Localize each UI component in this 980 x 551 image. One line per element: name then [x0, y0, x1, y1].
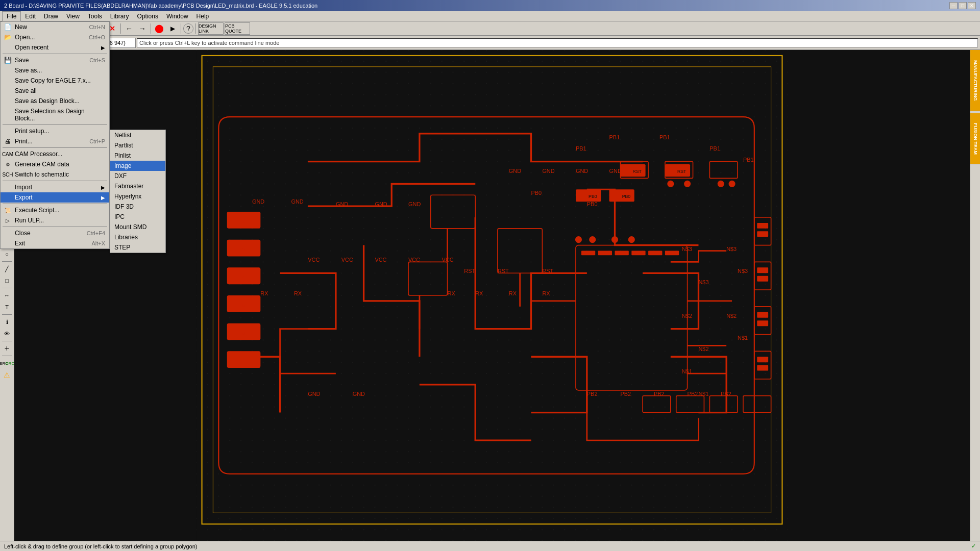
menu-item-execute-script[interactable]: 📜 Execute Script...: [1, 205, 109, 215]
export-netlist[interactable]: Netlist: [110, 130, 165, 140]
separator-5: [3, 204, 107, 204]
stop-button[interactable]: ⬤: [153, 22, 165, 35]
pcb-quote-button[interactable]: PCB QUOTE: [225, 22, 250, 35]
drc-button[interactable]: DRC: [8, 358, 13, 369]
menu-item-print[interactable]: 🖨 Print... Ctrl+P: [1, 136, 109, 146]
menu-item-open-recent[interactable]: Open recent ▶: [1, 42, 109, 53]
design-link-button[interactable]: DESIGN LINK: [198, 22, 224, 35]
close-button[interactable]: ✕: [968, 2, 976, 9]
menu-draw[interactable]: Draw: [40, 12, 62, 21]
export-partlist[interactable]: Partlist: [110, 140, 165, 151]
right-panel: MANUFACTURING FUSION TEAM: [970, 50, 980, 541]
dimension-tool[interactable]: ↔: [2, 290, 13, 301]
save-shortcut: Ctrl+S: [89, 57, 105, 63]
redo-button[interactable]: →: [136, 22, 149, 35]
svg-point-103: [718, 181, 724, 187]
line-tool[interactable]: ╱: [2, 263, 13, 274]
circle-tool[interactable]: ○: [2, 248, 13, 260]
svg-text:PB1: PB1: [743, 157, 754, 163]
menu-item-cam-data[interactable]: ⚙ Generate CAM data: [1, 159, 109, 169]
exit-shortcut: Alt+X: [91, 240, 105, 246]
print-setup-label: Print setup...: [15, 128, 49, 135]
svg-rect-89: [757, 357, 768, 362]
menu-item-export[interactable]: Export ▶: [1, 192, 109, 203]
svg-text:N$2: N$2: [682, 313, 692, 319]
svg-text:N$2: N$2: [698, 346, 708, 352]
svg-text:GND: GND: [542, 168, 554, 174]
separator-6: [3, 227, 107, 227]
pcb-board-view[interactable]: 2 3 4 5 6 GND GND GND GND GND VCC VCC VC…: [14, 50, 970, 541]
svg-text:PB1: PB1: [576, 145, 586, 152]
menu-file[interactable]: File: [2, 11, 21, 21]
fusion-team-tab[interactable]: FUSION TEAM: [970, 113, 980, 164]
execute-script-label: Execute Script...: [15, 207, 59, 214]
menu-item-close[interactable]: Close Ctrl+F4: [1, 228, 109, 238]
svg-text:GND: GND: [353, 391, 365, 397]
minimize-button[interactable]: ─: [949, 2, 958, 9]
save-as-label: Save as...: [15, 67, 42, 74]
svg-text:3: 3: [242, 247, 245, 252]
export-hyperlynx[interactable]: Hyperlynx: [110, 191, 165, 202]
svg-rect-83: [757, 223, 768, 229]
menu-item-save-selection[interactable]: Save Selection as Design Block...: [1, 106, 109, 123]
maximize-button[interactable]: □: [959, 2, 967, 9]
manufacturing-tab[interactable]: MANUFACTURING: [970, 50, 980, 111]
export-ipc[interactable]: IPC: [110, 212, 165, 222]
help-button[interactable]: ?: [183, 23, 193, 34]
menu-item-save[interactable]: 💾 Save Ctrl+S: [1, 55, 109, 65]
menu-item-exit[interactable]: Exit Alt+X: [1, 238, 109, 248]
export-step[interactable]: STEP: [110, 242, 165, 253]
svg-text:GND: GND: [408, 201, 421, 207]
export-mount-smd[interactable]: Mount SMD: [110, 222, 165, 232]
info-tool[interactable]: ℹ: [2, 316, 13, 328]
export-fabmaster[interactable]: Fabmaster: [110, 181, 165, 191]
export-dxf[interactable]: DXF: [110, 171, 165, 181]
undo-button[interactable]: ←: [123, 22, 135, 35]
export-libraries[interactable]: Libraries: [110, 232, 165, 242]
status-indicator: ✓: [971, 543, 976, 549]
text-tool[interactable]: T: [2, 302, 13, 313]
export-idf3d[interactable]: IDF 3D: [110, 202, 165, 212]
menu-edit[interactable]: Edit: [21, 12, 40, 21]
menu-item-print-setup[interactable]: Print setup...: [1, 126, 109, 136]
menu-bar: File Edit Draw View Tools Library Option…: [0, 11, 980, 21]
show-tool[interactable]: 👁: [2, 328, 13, 339]
open-shortcut: Ctrl+O: [89, 34, 105, 40]
menu-item-save-copy[interactable]: Save Copy for EAGLE 7.x...: [1, 76, 109, 86]
menu-item-open[interactable]: 📂 Open... Ctrl+O: [1, 32, 109, 42]
svg-text:RX: RX: [294, 290, 302, 296]
export-image[interactable]: Image: [110, 161, 165, 171]
cam-icon: CAM: [3, 152, 13, 157]
menu-view[interactable]: View: [62, 12, 84, 21]
menu-library[interactable]: Library: [106, 12, 133, 21]
export-pinlist[interactable]: Pinlist: [110, 151, 165, 161]
svg-text:GND: GND: [252, 198, 264, 205]
menu-help[interactable]: Help: [192, 12, 213, 21]
menu-item-cam[interactable]: CAM CAM Processor...: [1, 149, 109, 159]
save-design-label: Save as Design Block...: [15, 97, 80, 105]
menu-item-import[interactable]: Import ▶: [1, 182, 109, 192]
run-ulp-label: Run ULP...: [15, 217, 44, 224]
print-shortcut: Ctrl+P: [89, 138, 105, 144]
menu-tools[interactable]: Tools: [84, 12, 106, 21]
export-submenu: Netlist Partlist Pinlist Image DXF Fabma…: [110, 130, 166, 253]
menu-window[interactable]: Window: [162, 12, 192, 21]
menu-options[interactable]: Options: [133, 12, 162, 21]
menu-item-save-design[interactable]: Save as Design Block...: [1, 96, 109, 106]
import-label: Import: [15, 184, 32, 191]
menu-item-save-all[interactable]: Save all: [1, 86, 109, 96]
lt-sep-10: [2, 314, 12, 315]
menu-item-switch-schematic[interactable]: SCH Switch to schematic: [1, 169, 109, 180]
separator-2: [3, 124, 107, 125]
menu-item-new[interactable]: 📄 New Ctrl+N: [1, 22, 109, 32]
play-button[interactable]: ▶: [166, 22, 179, 35]
rect-tool[interactable]: □: [2, 275, 13, 286]
svg-text:2: 2: [242, 219, 245, 224]
open-label: Open...: [15, 34, 35, 41]
svg-text:RX: RX: [260, 290, 268, 296]
add-plus[interactable]: +: [2, 343, 13, 354]
menu-item-save-as[interactable]: Save as...: [1, 65, 109, 76]
svg-point-100: [628, 236, 635, 243]
menu-item-run-ulp[interactable]: ▷ Run ULP...: [1, 215, 109, 226]
cam-data-label: Generate CAM data: [15, 161, 69, 168]
